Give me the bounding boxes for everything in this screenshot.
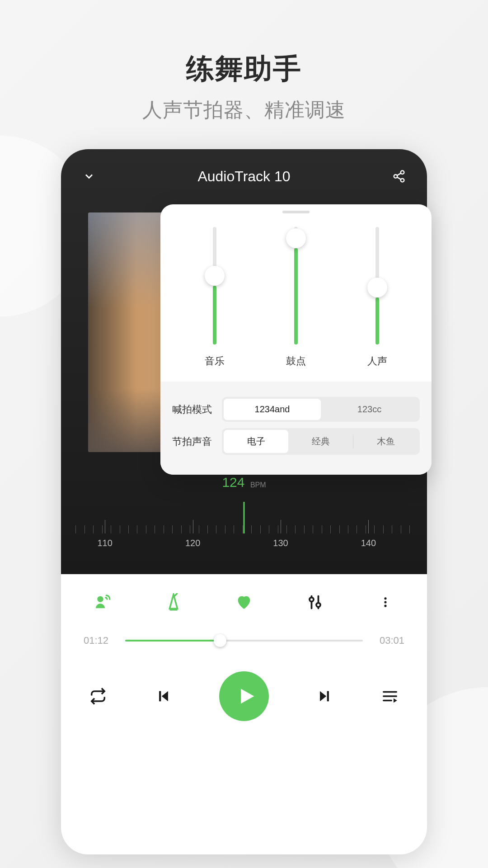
beat-sound-row: 节拍声音 电子经典木鱼	[172, 428, 420, 455]
voice-count-button[interactable]	[93, 592, 113, 612]
volume-slider[interactable]: 音乐	[188, 227, 242, 368]
slider-label: 音乐	[205, 354, 225, 368]
player-controls: 01:12 03:01	[61, 574, 427, 744]
volume-slider[interactable]: 鼓点	[269, 227, 323, 368]
progress-fill	[125, 640, 220, 642]
progress-slider[interactable]	[125, 640, 363, 642]
slider-group: 音乐鼓点人声	[160, 218, 432, 382]
beat-sound-segmented[interactable]: 电子经典木鱼	[222, 428, 420, 455]
popover-handle[interactable]	[282, 211, 310, 213]
play-button[interactable]	[219, 671, 269, 721]
svg-point-14	[384, 605, 386, 607]
page-subtitle: 人声节拍器、精准调速	[0, 97, 488, 123]
total-time: 03:01	[373, 635, 404, 646]
more-vertical-icon	[379, 593, 392, 611]
svg-point-1	[394, 175, 398, 178]
svg-point-2	[401, 179, 404, 182]
metronome-button[interactable]	[164, 592, 183, 612]
svg-rect-7	[169, 609, 177, 610]
mixer-popover: 音乐鼓点人声 喊拍模式 1234and123cc 节拍声音 电子经典木鱼	[160, 204, 432, 475]
bpm-value: 124	[222, 475, 244, 490]
elapsed-time: 01:12	[84, 635, 115, 646]
svg-rect-16	[159, 691, 161, 702]
svg-rect-19	[327, 691, 329, 702]
progress-row: 01:12 03:01	[84, 635, 404, 646]
bpm-ruler[interactable]: 110120130140	[61, 502, 427, 547]
next-button[interactable]	[314, 686, 334, 706]
previous-button[interactable]	[154, 686, 174, 706]
segment-option[interactable]: 电子	[224, 430, 288, 453]
track-title: AudioTrack 10	[197, 168, 290, 185]
share-icon	[392, 170, 406, 183]
segment-option[interactable]: 木鱼	[353, 430, 418, 453]
count-mode-segmented[interactable]: 1234and123cc	[222, 397, 420, 422]
repeat-button[interactable]	[88, 686, 108, 706]
svg-point-0	[401, 171, 404, 175]
play-icon	[236, 686, 256, 706]
svg-marker-17	[241, 689, 254, 704]
feature-icon-row	[84, 592, 404, 612]
playlist-icon	[381, 688, 399, 705]
svg-point-5	[97, 596, 103, 602]
more-button[interactable]	[375, 592, 395, 612]
bpm-unit: BPM	[250, 481, 266, 489]
heart-icon	[235, 593, 253, 611]
metronome-icon	[165, 593, 182, 611]
voice-icon	[94, 593, 112, 611]
slider-label: 人声	[367, 354, 387, 368]
svg-point-12	[384, 597, 386, 599]
count-mode-label: 喊拍模式	[172, 403, 222, 416]
svg-point-13	[384, 601, 386, 603]
ruler-label: 130	[273, 538, 288, 548]
transport-row	[84, 671, 404, 721]
volume-slider[interactable]: 人声	[350, 227, 404, 368]
sliders-icon	[307, 593, 323, 611]
repeat-icon	[89, 688, 107, 705]
page-title: 练舞助手	[0, 50, 488, 88]
svg-point-9	[310, 598, 314, 602]
bpm-display: 124 BPM	[61, 475, 427, 490]
segment-option[interactable]: 1234and	[224, 399, 321, 420]
collapse-button[interactable]	[79, 166, 99, 186]
svg-point-11	[316, 603, 320, 607]
svg-marker-15	[162, 691, 168, 702]
share-button[interactable]	[389, 166, 409, 186]
chevron-down-icon	[83, 170, 95, 183]
popover-settings: 喊拍模式 1234and123cc 节拍声音 电子经典木鱼	[160, 382, 432, 475]
svg-marker-23	[394, 698, 397, 703]
segment-option[interactable]: 123cc	[321, 399, 418, 420]
skip-forward-icon	[317, 689, 332, 704]
svg-line-3	[397, 173, 401, 175]
ruler-label: 110	[98, 538, 113, 548]
skip-back-icon	[156, 689, 171, 704]
segment-option[interactable]: 经典	[288, 430, 353, 453]
progress-thumb[interactable]	[214, 634, 226, 647]
slider-thumb[interactable]	[205, 266, 225, 286]
favorite-button[interactable]	[234, 592, 254, 612]
slider-thumb[interactable]	[367, 278, 387, 297]
svg-line-4	[397, 177, 401, 179]
ruler-label: 120	[185, 538, 200, 548]
ruler-ticks: 110120130140	[61, 511, 427, 533]
svg-marker-18	[320, 691, 326, 702]
count-mode-row: 喊拍模式 1234and123cc	[172, 397, 420, 422]
beat-sound-label: 节拍声音	[172, 435, 222, 448]
slider-thumb[interactable]	[286, 228, 306, 248]
mixer-button[interactable]	[305, 592, 325, 612]
playlist-button[interactable]	[380, 686, 400, 706]
ruler-label: 140	[361, 538, 376, 548]
player-header: AudioTrack 10	[61, 149, 427, 195]
slider-label: 鼓点	[286, 354, 306, 368]
